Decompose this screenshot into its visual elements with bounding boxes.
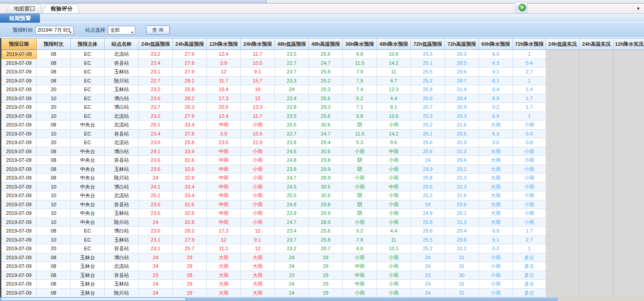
table-cell[interactable]: 容县站: [105, 130, 139, 139]
table-cell[interactable]: 玉林站: [105, 236, 139, 245]
table-column-header[interactable]: 24h低温预报: [139, 39, 173, 49]
table-cell[interactable]: 大雨: [479, 200, 513, 209]
table-cell-empty[interactable]: [580, 271, 614, 280]
table-cell[interactable]: 23.6: [139, 138, 173, 147]
table-cell[interactable]: 25.8: [173, 85, 207, 94]
table-cell[interactable]: 阴: [343, 200, 377, 209]
table-cell[interactable]: 12: [241, 244, 275, 253]
table-cell[interactable]: 容县站: [105, 200, 139, 209]
table-cell[interactable]: 28.9: [309, 218, 343, 227]
table-cell[interactable]: 27.8: [173, 59, 207, 68]
table-cell[interactable]: EC: [71, 68, 105, 77]
table-cell[interactable]: 29.1: [445, 165, 479, 174]
table-cell[interactable]: 博白站: [105, 183, 139, 192]
table-cell[interactable]: 32.8: [173, 174, 207, 183]
table-cell-empty[interactable]: [546, 183, 580, 192]
table-cell[interactable]: 玉林站: [105, 85, 139, 94]
table-cell[interactable]: 10.5: [241, 59, 275, 68]
table-cell[interactable]: 31.3: [445, 218, 479, 227]
table-cell[interactable]: 25.2: [411, 121, 445, 130]
table-cell-empty[interactable]: [580, 200, 614, 209]
table-cell[interactable]: 阴: [343, 121, 377, 130]
table-cell[interactable]: 25.5: [411, 68, 445, 77]
table-cell[interactable]: 2019-07-09: [1, 227, 37, 236]
table-cell[interactable]: 中雨: [207, 165, 241, 174]
table-cell[interactable]: 20.5: [207, 103, 241, 112]
table-cell[interactable]: 24: [411, 280, 445, 289]
table-cell[interactable]: 20: [37, 85, 71, 94]
table-cell[interactable]: 0.4: [513, 59, 546, 68]
table-cell-empty[interactable]: [614, 174, 644, 183]
table-cell[interactable]: 23.4: [275, 94, 309, 103]
table-cell[interactable]: 小雨: [343, 147, 377, 156]
table-cell[interactable]: 小雨: [377, 253, 411, 262]
table-cell-empty[interactable]: [580, 156, 614, 165]
table-cell[interactable]: 25.5: [275, 191, 309, 200]
table-cell[interactable]: 15.7: [241, 77, 275, 86]
table-cell[interactable]: 0.8: [513, 138, 546, 147]
table-cell[interactable]: 25.7: [411, 103, 445, 112]
table-cell[interactable]: 25.5: [275, 121, 309, 130]
table-cell-empty[interactable]: [546, 130, 580, 139]
table-cell[interactable]: 31.3: [445, 147, 479, 156]
table-cell[interactable]: 25.6: [411, 138, 445, 147]
table-cell[interactable]: 25.6: [309, 227, 343, 236]
table-cell[interactable]: 玉林站: [105, 280, 139, 289]
table-cell[interactable]: 中央台: [71, 183, 105, 192]
table-cell[interactable]: 29.3: [445, 112, 479, 121]
table-cell[interactable]: 31.2: [445, 244, 479, 253]
table-cell[interactable]: 小雨: [241, 191, 275, 200]
table-cell[interactable]: 11: [377, 68, 411, 77]
table-cell[interactable]: 29: [309, 253, 343, 262]
table-cell[interactable]: 多云: [513, 262, 546, 271]
table-cell[interactable]: 31: [445, 289, 479, 298]
table-cell[interactable]: EC: [71, 59, 105, 68]
table-cell-empty[interactable]: [580, 218, 614, 227]
table-cell[interactable]: EC: [71, 112, 105, 121]
table-cell[interactable]: 25.6: [309, 94, 343, 103]
table-cell[interactable]: 容县站: [105, 271, 139, 280]
table-cell-empty[interactable]: [546, 138, 580, 147]
table-cell[interactable]: 28.9: [309, 174, 343, 183]
table-cell[interactable]: 2019-07-09: [1, 156, 37, 165]
table-cell[interactable]: 4.6: [343, 244, 377, 253]
table-cell[interactable]: 08: [37, 280, 71, 289]
table-cell[interactable]: 23.4: [139, 59, 173, 68]
table-cell[interactable]: 小雨: [377, 174, 411, 183]
table-cell-empty[interactable]: [614, 280, 644, 289]
table-cell[interactable]: 中雨: [207, 156, 241, 165]
table-cell[interactable]: 24: [139, 253, 173, 262]
table-cell-empty[interactable]: [580, 191, 614, 200]
table-cell[interactable]: 博白站: [105, 147, 139, 156]
table-cell[interactable]: 小雨: [343, 174, 377, 183]
table-cell[interactable]: 小雨: [343, 253, 377, 262]
table-cell[interactable]: 玉林站: [105, 209, 139, 218]
chevron-down-icon[interactable]: ▼: [636, 6, 640, 11]
table-cell[interactable]: 玉林台: [71, 271, 105, 280]
table-cell[interactable]: 33.4: [173, 191, 207, 200]
table-cell[interactable]: 23: [411, 271, 445, 280]
table-cell[interactable]: 25.2: [411, 244, 445, 253]
table-cell[interactable]: 中雨: [207, 183, 241, 192]
table-cell[interactable]: 27.9: [173, 68, 207, 77]
table-cell[interactable]: EC: [71, 227, 105, 236]
table-cell[interactable]: 容县站: [105, 59, 139, 68]
table-cell[interactable]: 2019-07-09: [1, 209, 37, 218]
table-cell[interactable]: 31.3: [445, 183, 479, 192]
table-cell[interactable]: 中雨: [343, 262, 377, 271]
table-cell[interactable]: 25.1: [139, 191, 173, 200]
table-cell[interactable]: 2019-07-09: [1, 183, 37, 192]
table-cell[interactable]: 10.6: [377, 50, 411, 59]
table-cell[interactable]: 12: [241, 94, 275, 103]
table-cell[interactable]: 26.3: [173, 103, 207, 112]
table-cell[interactable]: 小雨: [241, 174, 275, 183]
table-cell-empty[interactable]: [546, 103, 580, 112]
table-cell[interactable]: 大雨: [479, 147, 513, 156]
table-cell[interactable]: 23.7: [275, 68, 309, 77]
table-cell[interactable]: 陆川站: [105, 289, 139, 298]
table-cell[interactable]: 11: [377, 236, 411, 245]
table-cell[interactable]: 中央台: [71, 165, 105, 174]
table-cell[interactable]: 23.7: [275, 236, 309, 245]
table-cell[interactable]: 容县站: [105, 156, 139, 165]
table-cell[interactable]: 北流站: [105, 50, 139, 59]
